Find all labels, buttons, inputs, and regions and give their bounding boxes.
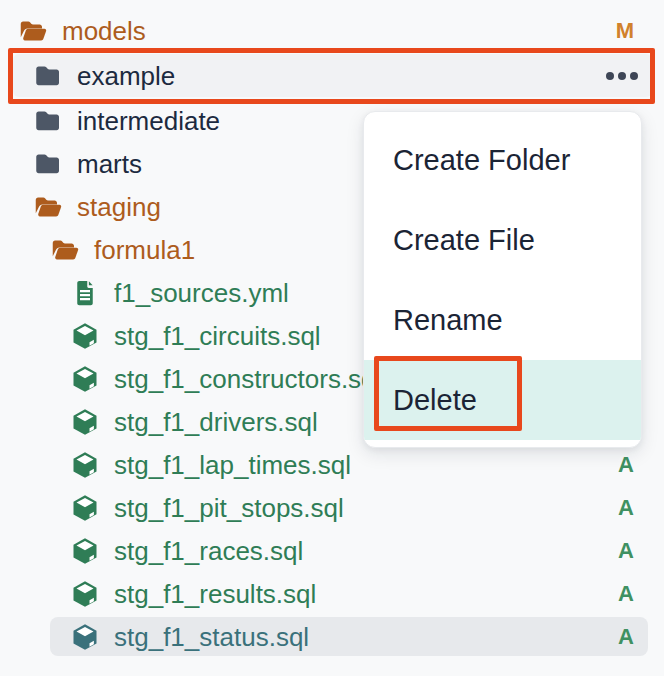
file-explorer-panel: modelsMexampleintermediatemartsstagingfo…: [0, 0, 664, 676]
tree-item-label: stg_f1_drivers.sql: [114, 409, 318, 435]
tree-item-label: stg_f1_results.sql: [114, 581, 316, 607]
folder-icon: [33, 106, 63, 136]
folder-open-icon: [50, 235, 80, 265]
git-status-badge: A: [618, 624, 634, 650]
git-status-badge: A: [618, 452, 634, 478]
menu-item-create-file[interactable]: Create File: [364, 200, 641, 280]
more-actions-button[interactable]: [602, 68, 642, 84]
file-yml-icon: [70, 278, 100, 308]
tree-item-label: marts: [77, 151, 142, 177]
tree-item-stg-f1-results-sql[interactable]: stg_f1_results.sqlA: [0, 572, 664, 615]
tree-item-stg-f1-lap-times-sql[interactable]: stg_f1_lap_times.sqlA: [0, 443, 664, 486]
ellipsis-dot: [606, 72, 614, 80]
tree-item-label: stg_f1_lap_times.sql: [114, 452, 351, 478]
model-cube-icon: [70, 622, 100, 652]
tree-item-stg-f1-pit-stops-sql[interactable]: stg_f1_pit_stops.sqlA: [0, 486, 664, 529]
model-cube-icon: [70, 579, 100, 609]
folder-icon: [33, 61, 63, 91]
menu-item-rename[interactable]: Rename: [364, 280, 641, 360]
tree-item-label: intermediate: [77, 108, 220, 134]
menu-item-create-folder[interactable]: Create Folder: [364, 120, 641, 200]
model-cube-icon: [70, 493, 100, 523]
tree-item-label: stg_f1_constructors.sql: [114, 366, 381, 392]
tree-item-label: stg_f1_races.sql: [114, 538, 303, 564]
tree-item-label: example: [77, 63, 175, 89]
model-cube-icon: [70, 536, 100, 566]
tree-item-label: models: [62, 18, 146, 44]
git-status-badge: M: [616, 18, 634, 44]
tree-item-label: formula1: [94, 237, 195, 263]
tree-item-label: staging: [77, 194, 161, 220]
ellipsis-dot: [630, 72, 638, 80]
folder-open-icon: [18, 16, 48, 46]
tree-item-label: f1_sources.yml: [114, 280, 289, 306]
git-status-badge: A: [618, 495, 634, 521]
ellipsis-dot: [618, 72, 626, 80]
tree-item-example[interactable]: example: [0, 52, 664, 99]
folder-icon: [33, 149, 63, 179]
tree-item-stg-f1-status-sql[interactable]: stg_f1_status.sqlA: [0, 615, 664, 658]
menu-item-delete[interactable]: Delete: [364, 360, 641, 440]
model-cube-icon: [70, 364, 100, 394]
tree-item-label: stg_f1_circuits.sql: [114, 323, 321, 349]
git-status-badge: A: [618, 538, 634, 564]
tree-item-label: stg_f1_status.sql: [114, 624, 309, 650]
model-cube-icon: [70, 321, 100, 351]
tree-item-stg-f1-races-sql[interactable]: stg_f1_races.sqlA: [0, 529, 664, 572]
tree-item-models[interactable]: modelsM: [0, 9, 664, 52]
context-menu: Create FolderCreate FileRenameDelete: [363, 111, 642, 448]
model-cube-icon: [70, 407, 100, 437]
tree-item-label: stg_f1_pit_stops.sql: [114, 495, 344, 521]
folder-open-icon: [33, 192, 63, 222]
model-cube-icon: [70, 450, 100, 480]
git-status-badge: A: [618, 581, 634, 607]
